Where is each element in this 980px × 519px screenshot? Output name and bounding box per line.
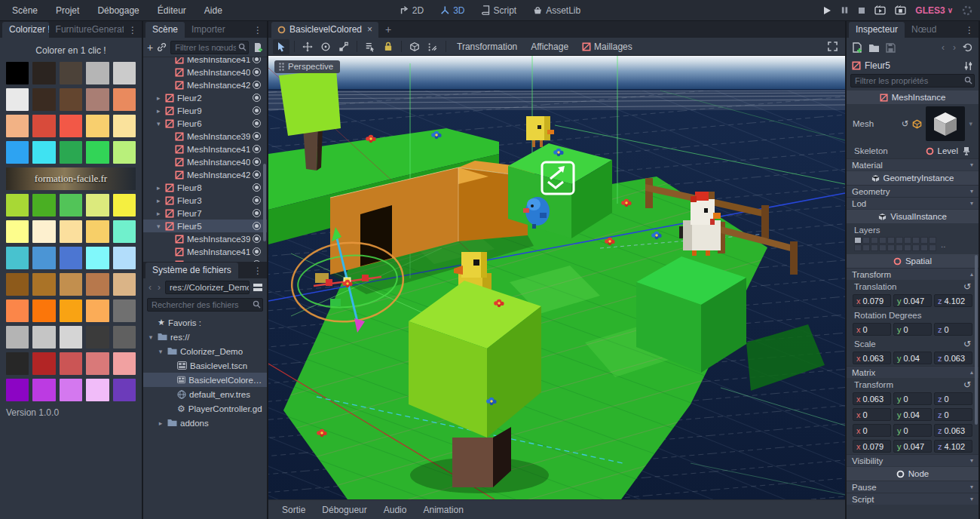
scene-node-row[interactable]: ▾Fleur5 <box>143 220 267 232</box>
file-tree-row[interactable]: ⚙PlayerController.gd <box>143 401 267 416</box>
color-swatch[interactable] <box>60 352 82 375</box>
nav-back-button[interactable]: ‹ <box>147 282 153 293</box>
color-swatch[interactable] <box>60 194 82 217</box>
tab-import[interactable]: Importer <box>185 22 232 38</box>
color-swatch[interactable] <box>113 379 136 401</box>
scale-x-field[interactable]: x0.063 <box>853 352 891 364</box>
menu-help[interactable]: Aide <box>197 2 230 19</box>
close-tab-icon[interactable]: × <box>367 24 372 35</box>
color-swatch[interactable] <box>86 220 109 243</box>
scene-node-row[interactable]: MeshInstance40 <box>143 66 267 78</box>
current-path[interactable]: res://Colorizer_Demo/ <box>165 281 250 294</box>
mesh-resource-icon[interactable] <box>912 119 922 129</box>
color-swatch[interactable] <box>32 115 55 137</box>
group-lod[interactable]: Lod▾ <box>847 197 978 209</box>
color-swatch[interactable] <box>32 247 55 269</box>
color-swatch[interactable] <box>60 115 82 137</box>
layer-checkbox[interactable] <box>862 244 870 251</box>
scene-node-row[interactable]: MeshInstance42 <box>143 78 267 91</box>
layer-checkbox[interactable] <box>896 244 903 251</box>
visibility-toggle-icon[interactable] <box>253 247 261 256</box>
history-button[interactable] <box>963 42 973 53</box>
revert-icon[interactable]: ↺ <box>963 379 971 390</box>
load-resource-button[interactable] <box>868 43 880 53</box>
instance-child-scene-icon[interactable] <box>253 42 263 53</box>
color-swatch[interactable] <box>6 115 29 137</box>
visibility-toggle-icon[interactable] <box>253 94 261 102</box>
color-swatch[interactable] <box>32 379 55 401</box>
scene-node-row[interactable]: ▾Fleur6 <box>143 117 267 130</box>
color-swatch[interactable] <box>32 220 55 243</box>
visibility-toggle-icon[interactable] <box>253 196 261 204</box>
file-tree-row[interactable]: BasiclevelColored.tscn <box>143 373 267 387</box>
color-swatch[interactable] <box>113 88 136 111</box>
panel-menu-icon[interactable]: ⋮ <box>249 266 267 278</box>
color-swatch[interactable] <box>86 194 109 217</box>
file-search-input[interactable] <box>147 298 263 312</box>
color-swatch[interactable] <box>6 220 29 243</box>
file-tree-row[interactable]: ★Favoris : <box>143 315 267 330</box>
scene-node-row[interactable]: MeshInstance41 <box>143 245 267 258</box>
fullscreen-toggle[interactable] <box>824 39 841 54</box>
property-filter-input[interactable] <box>850 74 975 88</box>
layer-checkbox[interactable] <box>871 244 878 251</box>
scene-node-row[interactable]: ▸Fleur9 <box>143 104 267 117</box>
panel-menu-icon[interactable]: ⋮ <box>249 25 267 38</box>
visibility-toggle-icon[interactable] <box>253 170 261 179</box>
expand-arrow[interactable]: ▸ <box>157 94 165 102</box>
visibility-toggle-icon[interactable] <box>253 68 261 76</box>
color-swatch[interactable] <box>32 88 55 111</box>
snap-button[interactable] <box>424 39 441 54</box>
color-swatch[interactable] <box>113 352 136 375</box>
tab-furnituregenerator[interactable]: FurnitureGenerator <box>49 22 124 38</box>
group-transform[interactable]: Transform▴ <box>847 268 978 280</box>
list-select-button[interactable] <box>362 39 378 54</box>
color-swatch[interactable] <box>60 141 82 164</box>
color-swatch[interactable] <box>6 299 29 322</box>
bottom-tab-audio[interactable]: Audio <box>376 502 415 517</box>
new-resource-button[interactable] <box>852 42 862 54</box>
menu-transformation[interactable]: Transformation <box>451 41 523 52</box>
file-tree-row[interactable]: ▾Colorizer_Demo <box>143 344 267 358</box>
revert-icon[interactable]: ↺ <box>963 281 971 292</box>
color-swatch[interactable] <box>6 326 29 349</box>
expand-arrow[interactable]: ▸ <box>157 107 165 115</box>
rotation-y-field[interactable]: y0 <box>893 323 932 336</box>
matrix-field[interactable]: z0 <box>934 392 972 405</box>
visibility-toggle-icon[interactable] <box>253 235 261 243</box>
translation-y-field[interactable]: y0.047 <box>893 294 932 307</box>
layer-checkbox[interactable] <box>887 244 895 251</box>
visibility-toggle-icon[interactable] <box>253 183 261 192</box>
menu-editor[interactable]: Éditeur <box>150 2 194 19</box>
layer-checkbox[interactable] <box>904 244 911 251</box>
menu-maillages[interactable]: Maillages <box>576 41 639 52</box>
history-forward-button[interactable]: › <box>951 42 957 53</box>
tab-scene[interactable]: Scène <box>145 22 185 38</box>
tab-node[interactable]: Nœud <box>905 22 943 38</box>
expand-arrow[interactable]: ▾ <box>157 348 164 355</box>
group-matrix[interactable]: Matrix▴ <box>847 366 978 378</box>
layer-checkbox[interactable] <box>904 237 911 244</box>
scene-node-row[interactable]: MeshInstance40 <box>143 258 267 262</box>
group-button[interactable] <box>406 39 423 54</box>
scene-tree-scrollbar[interactable] <box>263 164 266 241</box>
color-swatch[interactable] <box>32 299 55 322</box>
color-swatch[interactable] <box>32 273 55 296</box>
color-swatch[interactable] <box>60 299 82 322</box>
workspace-3d[interactable]: 3D <box>434 3 470 18</box>
color-swatch[interactable] <box>86 141 109 164</box>
color-swatch[interactable] <box>86 62 109 84</box>
scale-y-field[interactable]: y0.04 <box>893 352 932 364</box>
file-tree-row[interactable]: default_env.tres <box>143 387 267 401</box>
color-swatch[interactable] <box>60 379 82 401</box>
visibility-toggle-icon[interactable] <box>253 260 261 262</box>
menu-affichage[interactable]: Affichage <box>525 41 574 52</box>
workspace-assetlib[interactable]: AssetLib <box>527 3 586 18</box>
color-swatch[interactable] <box>60 326 82 349</box>
color-swatch[interactable] <box>32 62 55 84</box>
scene-node-row[interactable]: MeshInstance41 <box>143 57 267 66</box>
expand-arrow[interactable]: ▸ <box>157 210 165 217</box>
rotation-z-field[interactable]: z0 <box>934 323 972 336</box>
play-scene-button[interactable] <box>874 5 886 15</box>
scene-node-row[interactable]: MeshInstance39 <box>143 130 267 143</box>
